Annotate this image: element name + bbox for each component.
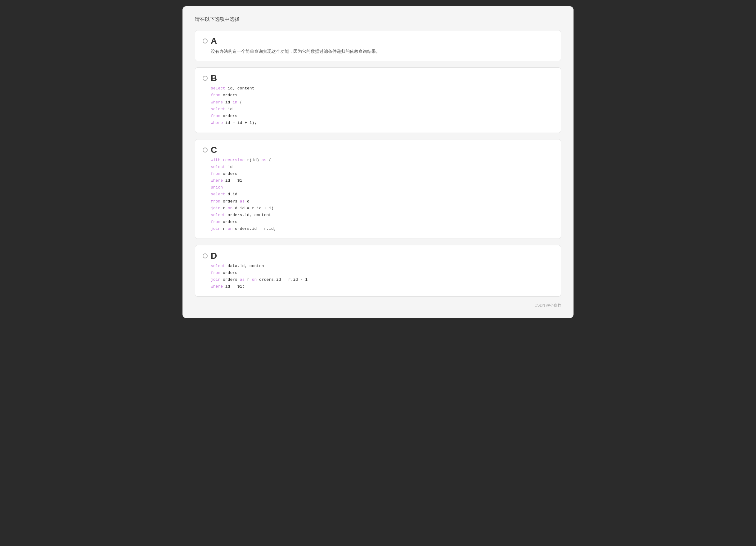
code-line: join orders as r on orders.id = r.id - 1	[211, 277, 553, 283]
code-text: orders	[220, 219, 237, 224]
option-letter-C: C	[211, 146, 217, 154]
code-line: select id	[211, 106, 553, 113]
code-keyword: on	[228, 206, 233, 210]
code-keyword: select	[211, 107, 225, 111]
code-keyword: in	[232, 100, 237, 105]
code-keyword: with	[211, 158, 220, 162]
code-text: orders.id = r.id;	[232, 226, 276, 231]
code-text	[220, 158, 223, 162]
question-title: 请在以下选项中选择	[195, 16, 561, 23]
radio-C[interactable]	[203, 147, 208, 152]
code-keyword: from	[211, 114, 220, 118]
code-line: from orders	[211, 92, 553, 99]
code-line: join r on orders.id = r.id;	[211, 225, 553, 232]
code-line: select orders.id, content	[211, 212, 553, 219]
option-card-C[interactable]: Cwith recursive r(id) as ( select id fro…	[195, 139, 561, 239]
code-keyword: as	[240, 199, 245, 204]
code-keyword: from	[211, 93, 220, 97]
code-text: (	[266, 158, 271, 162]
code-text: d.id = r.id + 1)	[232, 206, 274, 210]
code-keyword: select	[211, 213, 225, 217]
code-text: orders.id, content	[225, 213, 271, 217]
option-text-A: 没有办法构造一个简单查询实现这个功能，因为它的数据过滤条件递归的依赖查询结果。	[211, 48, 553, 55]
code-line: where id in (	[211, 99, 553, 106]
code-text: r	[245, 278, 252, 282]
code-line: select id	[211, 164, 553, 170]
radio-A[interactable]	[203, 38, 208, 43]
code-text: d.id	[225, 192, 237, 196]
code-text: id	[225, 107, 232, 111]
code-text: orders	[220, 171, 237, 176]
code-text: id = $1	[223, 178, 242, 183]
code-text: r(id)	[245, 158, 262, 162]
code-text: orders	[220, 199, 240, 204]
option-card-B[interactable]: Bselect id, contentfrom orderswhere id i…	[195, 67, 561, 133]
code-line: from orders as d	[211, 198, 553, 205]
code-line: where id = $1	[211, 177, 553, 184]
code-line: from orders	[211, 269, 553, 277]
option-letter-B: B	[211, 74, 217, 83]
code-block-B: select id, contentfrom orderswhere id in…	[211, 85, 553, 126]
code-text: data.id, content	[225, 264, 267, 268]
code-line: select data.id, content	[211, 263, 553, 269]
code-line: union	[211, 184, 553, 191]
code-text: id, content	[225, 86, 254, 91]
code-keyword: select	[211, 192, 225, 196]
code-keyword: on	[252, 278, 257, 282]
code-keyword: from	[211, 270, 220, 275]
radio-B[interactable]	[203, 76, 208, 81]
code-text: id	[225, 165, 232, 169]
code-line: join r on d.id = r.id + 1)	[211, 205, 553, 212]
code-keyword: recursive	[223, 158, 245, 162]
code-text: orders	[220, 114, 237, 118]
main-container: 请在以下选项中选择 A没有办法构造一个简单查询实现这个功能，因为它的数据过滤条件…	[182, 6, 574, 318]
option-letter-D: D	[211, 251, 217, 260]
code-keyword: where	[211, 120, 223, 125]
code-text: orders	[220, 278, 240, 282]
code-keyword: from	[211, 219, 220, 224]
code-line: select id, content	[211, 85, 553, 92]
code-keyword: as	[262, 158, 267, 162]
code-keyword: select	[211, 165, 225, 169]
code-keyword: select	[211, 264, 225, 268]
option-card-D[interactable]: Dselect data.id, contentfrom orders join…	[195, 245, 561, 297]
radio-D[interactable]	[203, 253, 208, 258]
option-card-A[interactable]: A没有办法构造一个简单查询实现这个功能，因为它的数据过滤条件递归的依赖查询结果。	[195, 30, 561, 61]
code-line: select d.id	[211, 191, 553, 198]
code-keyword: select	[211, 86, 225, 91]
code-keyword: as	[240, 278, 245, 282]
code-line: where id = id + 1);	[211, 120, 553, 126]
code-keyword: from	[211, 171, 220, 176]
code-line: from orders	[211, 219, 553, 225]
code-keyword: on	[228, 226, 233, 231]
code-keyword: where	[211, 284, 223, 289]
code-block-C: with recursive r(id) as ( select id from…	[211, 157, 553, 232]
code-keyword: where	[211, 100, 223, 105]
code-text: id = $1;	[223, 284, 245, 289]
code-line: where id = $1;	[211, 283, 553, 290]
code-text: r	[220, 226, 227, 231]
code-keyword: union	[211, 185, 223, 190]
code-text: id = id + 1);	[223, 120, 257, 125]
code-text: orders	[220, 93, 237, 97]
code-line: with recursive r(id) as (	[211, 157, 553, 164]
code-text: orders	[220, 270, 237, 275]
code-keyword: from	[211, 199, 220, 204]
code-block-D: select data.id, contentfrom orders join …	[211, 263, 553, 290]
code-text: id	[223, 100, 232, 105]
code-keyword: join	[211, 226, 220, 231]
code-line: from orders	[211, 170, 553, 177]
code-text: orders.id = r.id - 1	[257, 278, 308, 282]
code-keyword: join	[211, 278, 220, 282]
code-text: (	[237, 100, 242, 105]
footer-text: CSDN @小皮竹	[195, 303, 561, 308]
option-letter-A: A	[211, 37, 217, 45]
code-keyword: join	[211, 206, 220, 210]
code-text: r	[220, 206, 227, 210]
code-keyword: where	[211, 178, 223, 183]
code-text: d	[245, 199, 250, 204]
code-line: from orders	[211, 113, 553, 120]
